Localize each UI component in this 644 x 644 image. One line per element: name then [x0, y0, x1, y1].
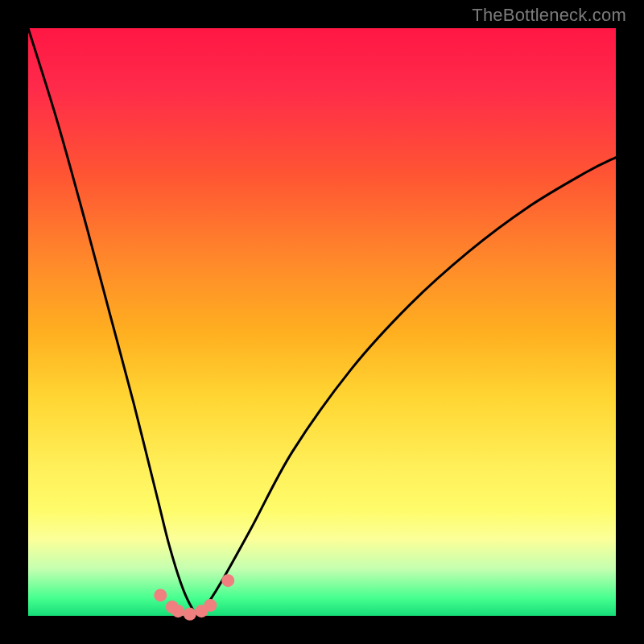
marker-point — [171, 605, 184, 617]
marker-point — [154, 588, 167, 601]
watermark-text: TheBottleneck.com — [472, 5, 626, 26]
chart-frame: TheBottleneck.com — [0, 0, 644, 644]
curve-markers — [154, 574, 234, 621]
marker-point — [221, 574, 234, 587]
marker-point — [184, 608, 196, 621]
chart-plot-area — [28, 28, 616, 616]
marker-point — [204, 599, 217, 612]
chart-svg — [28, 28, 616, 616]
bottleneck-curve — [28, 28, 616, 616]
